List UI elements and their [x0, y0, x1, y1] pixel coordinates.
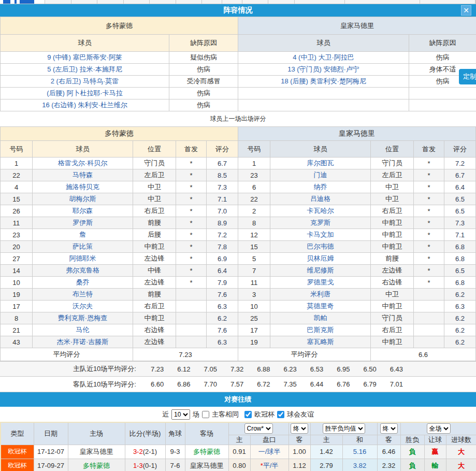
player-name-link[interactable]: 门迪	[270, 169, 371, 181]
h2h-title: 对赛往绩	[225, 395, 252, 404]
mean-home: 1.42	[310, 445, 342, 459]
player-name-link[interactable]: 卡马文加	[270, 229, 371, 241]
player-name-link[interactable]: 费利克斯·恩梅查	[33, 312, 133, 324]
top-tab-active[interactable]	[0, 0, 45, 4]
away-absent-player[interactable]: 4 (中卫) 大卫·阿拉巴	[238, 52, 409, 64]
player-rating: 6.4	[207, 265, 238, 277]
player-position: 右后卫	[371, 205, 414, 217]
top-tab[interactable]	[420, 0, 475, 4]
player-position: 中前卫	[133, 241, 176, 253]
absence-table: 多特蒙德 皇家马德里 球员 缺阵原因 球员 缺阵原因 9 (中锋) 塞巴斯蒂安·…	[0, 17, 476, 111]
same-venue-checkbox[interactable]	[202, 411, 209, 418]
player-name-link[interactable]: 耶尔森	[33, 205, 133, 217]
player-name-link[interactable]: 马特森	[33, 169, 133, 181]
starter-flag: *	[414, 253, 444, 265]
player-rating: 7.2	[444, 158, 476, 169]
player-position: 中前卫	[371, 336, 414, 348]
player-number: 19	[1, 289, 33, 301]
player-name-link[interactable]: 詹	[33, 229, 133, 241]
top-tab[interactable]	[345, 0, 421, 4]
player-name-link[interactable]: 罗德里戈	[270, 277, 371, 289]
home-absent-player[interactable]: 2 (右后卫) 马特乌·莫雷	[1, 76, 169, 88]
player-number: 1	[1, 158, 33, 169]
player-name-link[interactable]: 格雷戈尔·科贝尔	[33, 158, 133, 169]
player-position: 右后卫	[371, 324, 414, 336]
player-name-link[interactable]: 马伦	[33, 324, 133, 336]
away-team[interactable]: 皇家马德里	[185, 459, 228, 471]
wdl-mean-select[interactable]: 胜平负均值	[323, 423, 365, 434]
period-select[interactable]: 全场	[427, 423, 451, 434]
top-tab[interactable]	[295, 0, 345, 4]
top-tab[interactable]	[45, 0, 71, 4]
player-name-link[interactable]: 罗伊斯	[33, 217, 133, 229]
player-name-link[interactable]: 维尼修斯	[270, 265, 371, 277]
player-name-link[interactable]: 杰米·拜诺·吉滕斯	[33, 336, 133, 348]
player-name-link[interactable]: 巴尔韦德	[270, 241, 371, 253]
customize-side-button[interactable]: 定制	[459, 69, 476, 84]
player-name-link[interactable]: 萨比策	[33, 241, 133, 253]
score-cell: 3-2(2-1)	[125, 445, 165, 459]
top-tab[interactable]	[176, 0, 202, 4]
player-name-link[interactable]: 施洛特贝克	[33, 181, 133, 193]
top-tab[interactable]	[222, 0, 242, 4]
player-name-link[interactable]: 克罗斯	[270, 217, 371, 229]
home-absent-player[interactable]: (后腰) 阿卜杜拉耶·卡马拉	[1, 88, 169, 99]
ratings-col-3: 首发	[414, 141, 444, 158]
player-name-link[interactable]: 布兰特	[33, 289, 133, 301]
ratings-row: 22马特森左后卫*8.523门迪左后卫*6.7	[1, 169, 476, 181]
player-name-link[interactable]: 弗尔克鲁格	[33, 265, 133, 277]
last10-value: 6.95	[337, 365, 350, 373]
last10-value: 7.32	[230, 365, 243, 373]
away-absent-player[interactable]: 18 (后腰) 奥雷利安·楚阿梅尼	[238, 76, 409, 88]
player-name-link[interactable]: 莫德里奇	[270, 301, 371, 312]
top-tab[interactable]	[97, 0, 123, 4]
h2h-table: 类型 日期 主场 比分(半场) 角球 客场 Crow* 终 胜平负均值 终 全场…	[0, 422, 476, 471]
home-team[interactable]: 皇家马德里	[68, 445, 125, 459]
odds-stage-select[interactable]: 终	[291, 423, 308, 434]
bookmaker-select[interactable]: Crow*	[244, 423, 273, 434]
player-name-link[interactable]: 巴斯克斯	[270, 324, 371, 336]
home-absent-player[interactable]: 5 (左后卫) 拉米·本施拜尼	[1, 64, 169, 76]
player-name-link[interactable]: 贝林厄姆	[270, 253, 371, 265]
player-name-link[interactable]: 沃尔夫	[33, 301, 133, 312]
ratings-col-2: 位置	[371, 141, 414, 158]
ucl-checkbox[interactable]	[244, 411, 252, 418]
friendly-checkbox[interactable]	[277, 411, 284, 418]
player-rating: 6.8	[444, 241, 476, 253]
wdl-stage-select[interactable]: 终	[380, 423, 398, 434]
home-absent-player[interactable]: 16 (右边锋) 朱利安·杜兰维尔	[1, 99, 169, 111]
starter-flag: *	[414, 158, 444, 169]
ratings-row: 27阿德耶米左边锋*6.95贝林厄姆前腰*6.8	[1, 253, 476, 265]
absence-row: 16 (右边锋) 朱利安·杜兰维尔伤病	[1, 99, 476, 111]
away-team[interactable]: 多特蒙德	[185, 445, 228, 459]
player-name-link[interactable]: 吕迪格	[270, 193, 371, 205]
home-absent-player[interactable]: 9 (中锋) 塞巴斯蒂安·阿莱	[1, 52, 169, 64]
match-count-select[interactable]: 10	[171, 409, 190, 420]
h2h-subcol-0: 主	[228, 435, 250, 445]
player-name-link[interactable]: 米利唐	[270, 289, 371, 301]
absence-row: 2 (右后卫) 马特乌·莫雷受冷而感冒18 (后腰) 奥雷利安·楚阿梅尼伤病	[1, 76, 476, 88]
top-tab[interactable]	[242, 0, 268, 4]
top-tab[interactable]	[71, 0, 97, 4]
player-name-link[interactable]: 纳乔	[270, 181, 371, 193]
player-position: 右边锋	[133, 324, 176, 336]
away-absent-player[interactable]: 13 (守门员) 安德烈·卢宁	[238, 64, 409, 76]
result-handicap: 輸	[424, 459, 446, 471]
home-team[interactable]: 多特蒙德	[68, 459, 125, 471]
player-name-link[interactable]: 凯帕	[270, 312, 371, 324]
close-icon[interactable]: ✕	[461, 5, 471, 16]
player-number: 15	[1, 193, 33, 205]
player-name-link[interactable]: 卡瓦哈尔	[270, 205, 371, 217]
starter-flag	[414, 312, 444, 324]
top-tab[interactable]	[124, 0, 150, 4]
top-tab[interactable]	[268, 0, 294, 4]
player-name-link[interactable]: 桑乔	[33, 277, 133, 289]
player-name-link[interactable]: 塞瓦略斯	[270, 336, 371, 348]
top-tab[interactable]	[150, 0, 176, 4]
top-tab[interactable]	[202, 0, 222, 4]
player-name-link[interactable]: 胡梅尔斯	[33, 193, 133, 205]
away-last10-values: 6.606.867.707.576.727.356.446.766.797.01	[151, 380, 403, 388]
player-name-link[interactable]: 阿德耶米	[33, 253, 133, 265]
player-name-link[interactable]: 库尔图瓦	[270, 158, 371, 169]
top-tab-icon	[20, 0, 34, 4]
